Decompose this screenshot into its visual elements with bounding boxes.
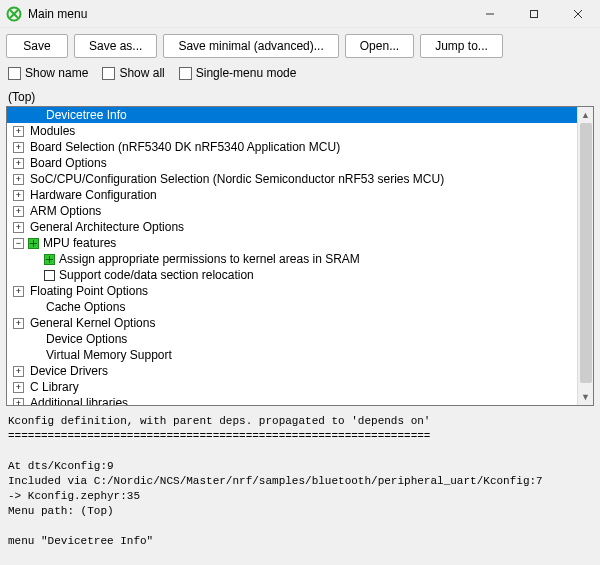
show-all-checkbox[interactable]: Show all bbox=[102, 66, 164, 80]
expand-icon[interactable]: + bbox=[13, 222, 24, 233]
tree-row[interactable]: +Floating Point Options bbox=[7, 283, 593, 299]
tree-row-label: Modules bbox=[28, 124, 75, 138]
tree-row-label: MPU features bbox=[41, 236, 116, 250]
jump-to-button[interactable]: Jump to... bbox=[420, 34, 503, 58]
expander-spacer bbox=[29, 350, 40, 361]
enabled-option-icon bbox=[28, 238, 39, 249]
window-title: Main menu bbox=[28, 7, 468, 21]
expander-spacer bbox=[29, 270, 40, 281]
info-line: menu "Devicetree Info" bbox=[8, 535, 153, 547]
tree-row[interactable]: Assign appropriate permissions to kernel… bbox=[7, 251, 593, 267]
tree-row[interactable]: Support code/data section relocation bbox=[7, 267, 593, 283]
tree-row-label: General Architecture Options bbox=[28, 220, 184, 234]
info-line: Included via C:/Nordic/NCS/Master/nrf/sa… bbox=[8, 475, 543, 487]
expand-icon[interactable]: + bbox=[13, 126, 24, 137]
checkbox-icon bbox=[102, 67, 115, 80]
minimize-button[interactable] bbox=[468, 0, 512, 28]
tree-row[interactable]: Cache Options bbox=[7, 299, 593, 315]
scroll-down-icon[interactable]: ▼ bbox=[578, 389, 593, 405]
enabled-option-icon bbox=[44, 254, 55, 265]
config-tree: Devicetree Info+Modules+Board Selection … bbox=[6, 106, 594, 406]
tree-row-label: Device Options bbox=[44, 332, 127, 346]
tree-row[interactable]: +Additional libraries bbox=[7, 395, 593, 406]
expander-spacer bbox=[29, 334, 40, 345]
toolbar: Save Save as... Save minimal (advanced).… bbox=[0, 28, 600, 62]
tree-row-label: Assign appropriate permissions to kernel… bbox=[57, 252, 360, 266]
tree-row[interactable]: +Board Options bbox=[7, 155, 593, 171]
tree-row[interactable]: +C Library bbox=[7, 379, 593, 395]
single-menu-label: Single-menu mode bbox=[196, 66, 297, 80]
tree-row[interactable]: +Hardware Configuration bbox=[7, 187, 593, 203]
tree-row[interactable]: −MPU features bbox=[7, 235, 593, 251]
save-as-button[interactable]: Save as... bbox=[74, 34, 157, 58]
expand-icon[interactable]: + bbox=[13, 142, 24, 153]
options-row: Show name Show all Single-menu mode bbox=[0, 62, 600, 86]
scrollbar-thumb[interactable] bbox=[580, 123, 592, 383]
close-button[interactable] bbox=[556, 0, 600, 28]
show-all-label: Show all bbox=[119, 66, 164, 80]
checkbox-icon bbox=[8, 67, 21, 80]
expander-spacer bbox=[29, 302, 40, 313]
tree-row[interactable]: Virtual Memory Support bbox=[7, 347, 593, 363]
show-name-label: Show name bbox=[25, 66, 88, 80]
expander-spacer bbox=[29, 110, 40, 121]
expand-icon[interactable]: + bbox=[13, 382, 24, 393]
open-button[interactable]: Open... bbox=[345, 34, 414, 58]
expand-icon[interactable]: + bbox=[13, 174, 24, 185]
expand-icon[interactable]: + bbox=[13, 286, 24, 297]
tree-row-label: Board Selection (nRF5340 DK nRF5340 Appl… bbox=[28, 140, 340, 154]
tree-row-label: ARM Options bbox=[28, 204, 101, 218]
tree-row[interactable]: +Modules bbox=[7, 123, 593, 139]
expand-icon[interactable]: + bbox=[13, 398, 24, 407]
info-underline: ========================================… bbox=[8, 430, 430, 442]
tree-row-label: Devicetree Info bbox=[44, 108, 127, 122]
expand-icon[interactable]: + bbox=[13, 318, 24, 329]
tree-row-label: Support code/data section relocation bbox=[57, 268, 254, 282]
scroll-up-icon[interactable]: ▲ bbox=[578, 107, 593, 123]
collapse-icon[interactable]: − bbox=[13, 238, 24, 249]
info-line: Kconfig definition, with parent deps. pr… bbox=[8, 415, 430, 427]
expand-icon[interactable]: + bbox=[13, 206, 24, 217]
tree-row[interactable]: +General Architecture Options bbox=[7, 219, 593, 235]
save-button[interactable]: Save bbox=[6, 34, 68, 58]
window-controls bbox=[468, 0, 600, 28]
expand-icon[interactable]: + bbox=[13, 190, 24, 201]
tree-row[interactable]: +Device Drivers bbox=[7, 363, 593, 379]
info-line: -> Kconfig.zephyr:35 bbox=[8, 490, 140, 502]
tree-row[interactable]: +SoC/CPU/Configuration Selection (Nordic… bbox=[7, 171, 593, 187]
tree-row-label: Floating Point Options bbox=[28, 284, 148, 298]
app-icon bbox=[6, 6, 22, 22]
info-line: Menu path: (Top) bbox=[8, 505, 114, 517]
tree-row[interactable]: +Board Selection (nRF5340 DK nRF5340 App… bbox=[7, 139, 593, 155]
tree-row-label: SoC/CPU/Configuration Selection (Nordic … bbox=[28, 172, 444, 186]
tree-row-label: Hardware Configuration bbox=[28, 188, 157, 202]
svg-rect-4 bbox=[531, 10, 538, 17]
show-name-checkbox[interactable]: Show name bbox=[8, 66, 88, 80]
breadcrumb-top: (Top) bbox=[0, 86, 600, 106]
tree-row-label: Cache Options bbox=[44, 300, 125, 314]
checkbox-icon bbox=[179, 67, 192, 80]
tree-row-label: Board Options bbox=[28, 156, 107, 170]
tree-row[interactable]: +ARM Options bbox=[7, 203, 593, 219]
tree-row-label: General Kernel Options bbox=[28, 316, 155, 330]
tree-row-label: Additional libraries bbox=[28, 396, 128, 406]
titlebar: Main menu bbox=[0, 0, 600, 28]
scrollbar[interactable]: ▲ ▼ bbox=[577, 107, 593, 405]
tree-row[interactable]: Device Options bbox=[7, 331, 593, 347]
info-line: At dts/Kconfig:9 bbox=[8, 460, 114, 472]
expand-icon[interactable]: + bbox=[13, 366, 24, 377]
single-menu-checkbox[interactable]: Single-menu mode bbox=[179, 66, 297, 80]
tree-row[interactable]: Devicetree Info bbox=[7, 107, 593, 123]
tree-row-label: Virtual Memory Support bbox=[44, 348, 172, 362]
maximize-button[interactable] bbox=[512, 0, 556, 28]
info-panel: Kconfig definition, with parent deps. pr… bbox=[6, 410, 594, 553]
tree-row[interactable]: +General Kernel Options bbox=[7, 315, 593, 331]
disabled-option-icon bbox=[44, 270, 55, 281]
tree-row-label: C Library bbox=[28, 380, 79, 394]
expand-icon[interactable]: + bbox=[13, 158, 24, 169]
tree-row-label: Device Drivers bbox=[28, 364, 108, 378]
expander-spacer bbox=[29, 254, 40, 265]
save-minimal-button[interactable]: Save minimal (advanced)... bbox=[163, 34, 338, 58]
